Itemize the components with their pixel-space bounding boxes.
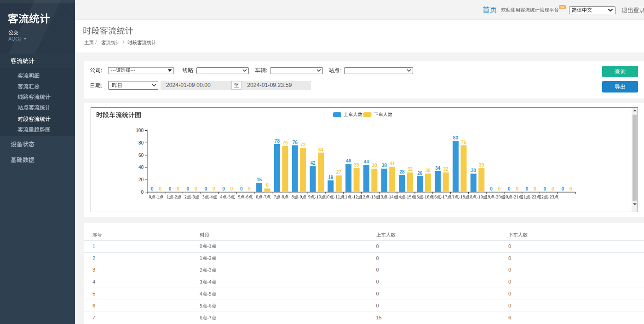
- svg-text:60: 60: [138, 153, 144, 158]
- svg-text:0: 0: [151, 186, 154, 191]
- svg-text:83: 83: [453, 135, 459, 140]
- svg-text:15: 15: [257, 177, 262, 182]
- svg-text:78: 78: [275, 139, 280, 144]
- svg-text:72: 72: [300, 142, 306, 147]
- svg-text:41: 41: [390, 161, 395, 166]
- svg-text:76: 76: [293, 140, 298, 145]
- svg-text:0: 0: [195, 186, 197, 191]
- svg-text:0: 0: [498, 186, 501, 191]
- svg-text:0: 0: [141, 190, 144, 195]
- svg-text:0: 0: [508, 186, 511, 191]
- svg-text:19: 19: [328, 175, 334, 180]
- svg-text:0: 0: [552, 186, 554, 191]
- svg-text:28: 28: [399, 169, 405, 174]
- svg-text:6: 6: [266, 183, 269, 188]
- svg-text:0: 0: [516, 186, 519, 191]
- svg-text:44: 44: [364, 159, 369, 164]
- svg-text:0: 0: [561, 186, 564, 191]
- svg-text:30: 30: [426, 168, 431, 173]
- svg-text:0: 0: [169, 186, 172, 191]
- svg-text:0: 0: [534, 186, 536, 191]
- svg-text:0: 0: [222, 186, 225, 191]
- svg-text:0: 0: [569, 186, 572, 191]
- svg-text:0: 0: [544, 186, 546, 191]
- svg-text:0: 0: [526, 186, 529, 191]
- svg-text:30: 30: [471, 168, 477, 173]
- svg-text:0: 0: [490, 186, 493, 191]
- svg-text:46: 46: [346, 158, 351, 163]
- svg-text:0: 0: [187, 186, 190, 191]
- svg-text:0: 0: [204, 186, 207, 191]
- svg-text:0: 0: [213, 186, 215, 191]
- svg-text:40: 40: [138, 165, 144, 170]
- svg-text:0: 0: [240, 186, 243, 191]
- svg-text:38: 38: [382, 163, 387, 168]
- svg-text:39: 39: [354, 162, 360, 168]
- svg-text:80: 80: [138, 140, 144, 145]
- svg-text:100: 100: [136, 128, 144, 133]
- svg-text:27: 27: [336, 170, 342, 175]
- svg-text:42: 42: [310, 161, 316, 166]
- svg-text:0: 0: [159, 186, 162, 191]
- svg-text:64: 64: [318, 147, 324, 152]
- svg-text:26: 26: [417, 171, 423, 176]
- svg-text:39: 39: [479, 162, 484, 168]
- svg-text:0: 0: [248, 186, 251, 191]
- svg-text:38: 38: [372, 163, 377, 168]
- svg-text:34: 34: [435, 166, 441, 171]
- svg-text:32: 32: [443, 167, 449, 172]
- svg-text:76: 76: [461, 140, 466, 145]
- svg-text:20: 20: [138, 177, 144, 182]
- svg-text:32: 32: [408, 167, 413, 172]
- svg-text:0: 0: [177, 186, 179, 191]
- svg-text:75: 75: [282, 140, 288, 145]
- svg-text:0: 0: [230, 186, 233, 191]
